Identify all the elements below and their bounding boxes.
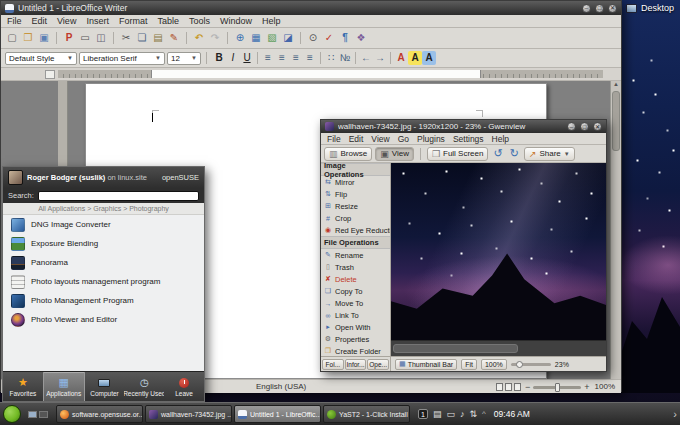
red-eye-item[interactable]: ◉Red Eye Reduction [321,224,390,236]
full-screen-button[interactable]: ❒Full Screen [427,147,489,161]
horizontal-ruler[interactable] [1,68,621,81]
link-to-item[interactable]: ∞Link To [321,309,390,321]
clipboard-icon[interactable]: ▤ [433,410,442,419]
minimize-button[interactable]: – [567,122,576,131]
photo-matterhorn-night[interactable] [391,163,606,340]
digital-clock[interactable]: 09:46 AM [494,409,530,419]
gwenview-titlebar[interactable]: wallhaven-73452.jpg - 1920x1200 - 23% - … [321,120,606,133]
rotate-right-icon[interactable]: ↻ [508,147,521,160]
tab-information[interactable]: Infor... [345,359,367,370]
menu-file[interactable]: File [327,134,341,144]
paste-icon[interactable]: ▤ [151,31,165,45]
zoom-out-icon[interactable]: − [525,381,530,393]
breadcrumb[interactable]: All Applications > Graphics > Photograph… [3,203,204,215]
font-color-icon[interactable]: A [394,51,408,65]
task-yast[interactable]: YaST2 - 1-Click Install [323,405,410,423]
network-icon[interactable]: ⇅ [470,410,478,419]
maximize-button[interactable]: □ [580,122,589,131]
menu-help[interactable]: Help [492,134,509,144]
language-status[interactable]: English (USA) [256,382,306,391]
delete-item[interactable]: ✘Delete [321,273,390,285]
flip-item[interactable]: ⇅Flip [321,188,390,200]
menu-format[interactable]: Format [119,16,148,26]
numbering-icon[interactable]: № [338,51,352,65]
display-icon[interactable]: ▭ [447,410,456,419]
menu-insert[interactable]: Insert [86,16,109,26]
close-button[interactable]: ✕ [593,122,602,131]
image-viewport[interactable] [391,163,606,356]
image-icon[interactable]: ▧ [265,31,279,45]
horizontal-scrollbar[interactable] [391,340,606,356]
list-item-photo-viewer[interactable]: Photo Viewer and Editor [3,310,204,329]
justify-icon[interactable]: ≡ [303,51,317,65]
cut-icon[interactable]: ✂ [119,31,133,45]
view-button[interactable]: ▣View [375,147,414,161]
spelling-icon[interactable]: ✓ [322,31,336,45]
tab-folders[interactable]: Fol... [322,359,344,370]
desktop-folder-widget[interactable]: Desktop [626,3,674,13]
maximize-button[interactable]: □ [595,4,604,13]
writer-titlebar[interactable]: Untitled 1 - LibreOffice Writer – □ ✕ [1,1,621,15]
open-icon[interactable]: ❐ [21,31,35,45]
tab-stop-selector[interactable] [45,70,55,79]
menu-view[interactable]: View [371,134,389,144]
open-with-item[interactable]: ▸Open With [321,321,390,333]
menu-settings[interactable]: Settings [453,134,484,144]
thumbnail-bar-toggle[interactable]: ▦Thumbnail Bar [395,359,457,370]
list-item-photo-layouts[interactable]: Photo layouts management program [3,272,204,291]
font-size-combo[interactable]: 12▼ [167,52,201,65]
list-item-dng-converter[interactable]: DNG Image Converter [3,215,204,234]
zoom-in-icon[interactable]: + [584,381,589,393]
resize-item[interactable]: ⊞Resize [321,200,390,212]
print-icon[interactable]: ▭ [78,31,92,45]
menu-table[interactable]: Table [157,16,179,26]
scrollbar-thumb[interactable] [612,91,620,151]
copy-icon[interactable]: ❏ [135,31,149,45]
menu-view[interactable]: View [57,16,76,26]
scrollbar-thumb[interactable] [393,344,518,353]
find-replace-icon[interactable]: ⊙ [306,31,320,45]
list-item-photo-management[interactable]: Photo Management Program [3,291,204,310]
zoom-slider[interactable] [511,363,551,366]
tab-favorites[interactable]: ★Favorites [3,372,43,401]
hyperlink-icon[interactable]: ⊕ [233,31,247,45]
task-browser[interactable]: software.opensuse.or... [56,405,143,423]
align-center-icon[interactable]: ≡ [275,51,289,65]
application-launcher-button[interactable] [3,405,21,423]
notification-badge[interactable]: 1 [418,409,428,419]
align-left-icon[interactable]: ≡ [261,51,275,65]
menu-go[interactable]: Go [398,134,409,144]
font-name-combo[interactable]: Liberation Serif▼ [79,52,165,65]
zoom-100-button[interactable]: 100% [481,359,507,370]
list-item-exposure-blending[interactable]: Exposure Blending [3,234,204,253]
zoom-slider-thumb[interactable] [555,383,560,392]
redo-icon[interactable]: ↷ [208,31,222,45]
bullets-icon[interactable]: ∷ [324,51,338,65]
new-icon[interactable]: ▢ [5,31,19,45]
chart-icon[interactable]: ◪ [281,31,295,45]
paragraph-style-combo[interactable]: Default Style▼ [5,52,77,65]
tab-computer[interactable]: Computer [85,372,125,401]
volume-icon[interactable]: ♪ [460,410,465,419]
highlight-icon[interactable]: A [408,51,422,65]
zoom-slider-thumb[interactable] [516,361,523,368]
menu-edit[interactable]: Edit [32,16,48,26]
zoom-fit-button[interactable]: Fit [461,359,477,370]
menu-tools[interactable]: Tools [189,16,210,26]
properties-item[interactable]: ⚙Properties [321,333,390,345]
rename-item[interactable]: ✎Rename [321,249,390,261]
minimize-button[interactable]: – [582,4,591,13]
undo-icon[interactable]: ↶ [192,31,206,45]
trash-item[interactable]: ▯Trash [321,261,390,273]
zoom-slider[interactable]: − + [525,381,590,393]
table-icon[interactable]: ▦ [249,31,263,45]
background-icon[interactable]: A [422,51,436,65]
clone-formatting-icon[interactable]: ✎ [167,31,181,45]
save-icon[interactable]: ▣ [37,31,51,45]
copy-to-item[interactable]: ❏Copy To [321,285,390,297]
tab-leave[interactable]: Leave [164,372,204,401]
tray-expander-icon[interactable]: ^ [482,410,486,418]
virtual-desktop-pager[interactable] [28,411,48,418]
menu-file[interactable]: File [7,16,22,26]
view-layout-icons[interactable] [496,383,521,391]
